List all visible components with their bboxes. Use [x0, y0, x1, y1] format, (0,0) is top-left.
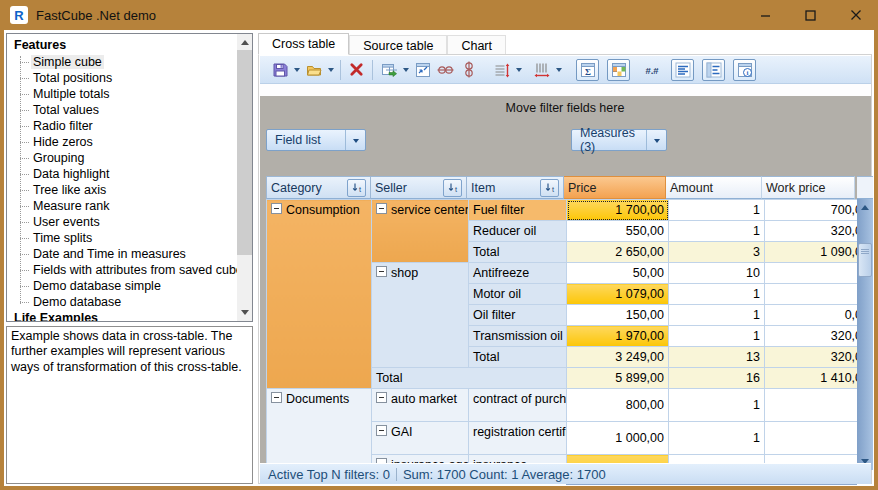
row-header-item[interactable]: Motor oil	[469, 284, 567, 305]
cell-amount[interactable]: 1	[669, 221, 765, 242]
collapse-icon[interactable]	[271, 392, 282, 403]
tab-chart[interactable]: Chart	[447, 35, 506, 55]
row-header-item[interactable]: Oil filter	[469, 305, 567, 326]
collapse-icon[interactable]	[376, 203, 387, 214]
row-header-total[interactable]: Total	[469, 347, 567, 368]
tree-item-simple-cube[interactable]: Simple cube	[7, 54, 252, 70]
row-header-item[interactable]: Antifreeze	[469, 263, 567, 284]
cell-price-total[interactable]: 5 899,00	[567, 368, 669, 389]
row-header-item[interactable]: Fuel filter	[469, 200, 567, 221]
cell-price[interactable]: 1 000,00	[567, 422, 669, 455]
tree-item-fields-attributes[interactable]: Fields with attributes from saved cube	[7, 262, 252, 278]
collapse-icon[interactable]	[376, 425, 387, 436]
cell-price[interactable]: 1 970,00	[567, 326, 669, 347]
cell-amount-total[interactable]: 16	[669, 368, 765, 389]
cell-price[interactable]: 1 700,00	[567, 200, 669, 221]
tree-item-data-highlight[interactable]: Data highlight	[7, 166, 252, 182]
tree-item-radio-filter[interactable]: Radio filter	[7, 118, 252, 134]
maximize-button[interactable]	[788, 0, 833, 30]
save-dropdown[interactable]	[291, 59, 302, 81]
row-header-item[interactable]: Transmission oil	[469, 326, 567, 347]
cell-price-total[interactable]: 3 249,00	[567, 347, 669, 368]
row-height-button[interactable]	[490, 59, 513, 81]
number-format-button[interactable]: #.#	[640, 59, 663, 81]
save-button[interactable]	[268, 59, 291, 81]
row-header-auto-market[interactable]: auto market	[372, 389, 469, 422]
transpose-button[interactable]	[411, 59, 434, 81]
export-button[interactable]	[377, 59, 400, 81]
tree-root-life-examples[interactable]: Life Examples	[7, 310, 252, 322]
sort-icon[interactable]: t	[443, 179, 462, 197]
row-header-consumption[interactable]: Consumption	[267, 200, 372, 389]
close-button[interactable]	[833, 0, 878, 30]
cell-price-total[interactable]: 2 650,00	[567, 242, 669, 263]
cell-price[interactable]: 50,00	[567, 263, 669, 284]
tree-item-multiple-totals[interactable]: Multiple totals	[7, 86, 252, 102]
cell-amount-total[interactable]: 3	[669, 242, 765, 263]
merge-rows-button[interactable]	[457, 59, 480, 81]
row-header-item[interactable]: Reducer oil	[469, 221, 567, 242]
merge-columns-button[interactable]	[434, 59, 457, 81]
cell-amount[interactable]: 1	[669, 326, 765, 347]
cell-amount[interactable]: 10	[669, 263, 765, 284]
cell-amount[interactable]: 1	[669, 284, 765, 305]
column-width-dropdown[interactable]	[553, 59, 564, 81]
header-item[interactable]: Item t	[466, 176, 564, 199]
column-width-button[interactable]	[530, 59, 553, 81]
row-height-dropdown[interactable]	[513, 59, 524, 81]
field-list-button-toolbar[interactable]	[702, 59, 725, 81]
cell-amount[interactable]: 1	[669, 305, 765, 326]
scroll-down-icon[interactable]	[237, 306, 252, 321]
tree-item-total-values[interactable]: Total values	[7, 102, 252, 118]
collapse-icon[interactable]	[271, 203, 282, 214]
header-category[interactable]: Category t	[266, 176, 371, 199]
cell-price[interactable]: 800,00	[567, 389, 669, 422]
tree-item-time-splits[interactable]: Time splits	[7, 230, 252, 246]
collapse-icon[interactable]	[376, 392, 387, 403]
align-button[interactable]	[671, 59, 694, 81]
vertical-scrollbar[interactable]	[857, 199, 873, 470]
tree-item-tree-like-axis[interactable]: Tree like axis	[7, 182, 252, 198]
export-dropdown[interactable]	[400, 59, 411, 81]
sort-icon[interactable]: t	[347, 179, 366, 197]
collapse-icon[interactable]	[376, 266, 387, 277]
row-header-item[interactable]: registration certificate	[469, 422, 567, 455]
row-header-total[interactable]: Total	[469, 242, 567, 263]
tree-root-features[interactable]: Features	[7, 37, 252, 54]
cell-amount[interactable]: 1	[669, 200, 765, 221]
cell-amount-total[interactable]: 13	[669, 347, 765, 368]
tree-item-measure-rank[interactable]: Measure rank	[7, 198, 252, 214]
header-amount[interactable]: Amount	[666, 176, 762, 199]
cell-price[interactable]: 550,00	[567, 221, 669, 242]
scroll-up-icon[interactable]	[237, 34, 252, 49]
minimize-button[interactable]	[743, 0, 788, 30]
open-button[interactable]	[302, 59, 325, 81]
tree-scrollbar-thumb[interactable]	[237, 50, 252, 255]
tree-item-total-positions[interactable]: Total positions	[7, 70, 252, 86]
tree-item-demo-database-simple[interactable]: Demo database simple	[7, 278, 252, 294]
field-list-button[interactable]: Field list	[266, 129, 366, 151]
chevron-down-icon[interactable]	[345, 130, 365, 150]
tree-item-grouping[interactable]: Grouping	[7, 150, 252, 166]
row-header-service-center[interactable]: service center	[372, 200, 469, 263]
filter-drop-zone[interactable]: Move filter fields here	[259, 101, 871, 115]
tree-scrollbar[interactable]	[237, 34, 252, 321]
row-header-gai[interactable]: GAI	[372, 422, 469, 455]
cell-price[interactable]: 1 079,00	[567, 284, 669, 305]
tree-item-hide-zeros[interactable]: Hide zeros	[7, 134, 252, 150]
totals-button[interactable]: Σ	[576, 59, 599, 81]
tree-item-date-time-measures[interactable]: Date and Time in measures	[7, 246, 252, 262]
header-price[interactable]: Price	[564, 176, 666, 199]
vertical-scrollbar-thumb[interactable]	[858, 243, 872, 277]
row-header-item[interactable]: contract of purchase	[469, 389, 567, 422]
cell-amount[interactable]: 1	[669, 422, 765, 455]
highlight-button[interactable]	[607, 59, 630, 81]
measures-button[interactable]: Measures (3)	[571, 129, 667, 151]
scroll-up-icon[interactable]	[857, 199, 873, 215]
chevron-down-icon[interactable]	[646, 130, 666, 150]
row-header-documents[interactable]: Documents	[267, 389, 372, 471]
tab-source-table[interactable]: Source table	[349, 35, 447, 55]
header-work-price[interactable]: Work price	[762, 176, 855, 199]
clear-button[interactable]	[345, 59, 368, 81]
cell-amount[interactable]: 1	[669, 389, 765, 422]
